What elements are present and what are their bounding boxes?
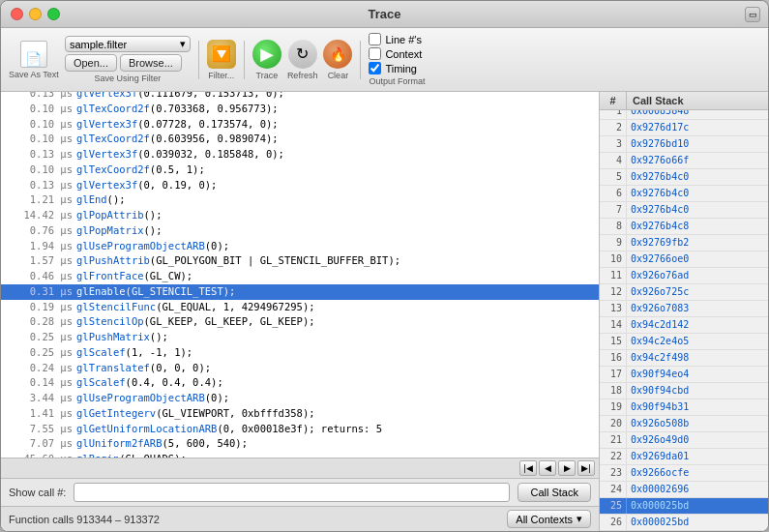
callstack-item[interactable]: 220x9269da01 xyxy=(600,449,768,465)
trace-row[interactable]: 0.24 µsglTranslatef(0, 0, 0); xyxy=(1,361,599,376)
callstack-item[interactable]: 210x926o49d0 xyxy=(600,432,768,449)
callstack-item-num: 22 xyxy=(600,449,627,464)
trace-row[interactable]: 0.13 µsglVertex3f(0.111679, 0.153713, 0)… xyxy=(1,92,599,102)
callstack-item[interactable]: 120x926o725c xyxy=(600,284,768,301)
callstack-item[interactable]: 180x90f94cbd xyxy=(600,383,768,399)
callstack-item[interactable]: 160x94c2f498 xyxy=(600,350,768,367)
callstack-item[interactable]: 100x92766oe0 xyxy=(600,251,768,268)
close-button[interactable] xyxy=(11,8,23,20)
trace-function-link[interactable]: glUniform2fARB xyxy=(76,437,163,449)
trace-function-link[interactable]: glPopAttrib xyxy=(76,209,144,221)
trace-time: 0.10 µs xyxy=(5,163,73,178)
trace-function-link[interactable]: glPushMatrix xyxy=(76,331,150,342)
trace-function-link[interactable]: glEnable xyxy=(76,285,126,297)
trace-row[interactable]: 0.14 µsglScalef(0.4, 0.4, 0.4); xyxy=(1,375,599,391)
trace-row[interactable]: 1.94 µsglUseProgramObjectARB(0); xyxy=(1,239,599,254)
trace-row[interactable]: 0.10 µsglVertex3f(0.07728, 0.173574, 0); xyxy=(1,117,599,133)
trace-function-link[interactable]: glGetUniformLocationARB xyxy=(76,423,217,434)
trace-row[interactable]: 0.19 µsglStencilFunc(GL_EQUAL, 1, 429496… xyxy=(1,300,599,315)
trace-row[interactable]: 0.46 µsglFrontFace(GL_CW); xyxy=(1,269,599,284)
callstack-item[interactable]: 230x9266ocfe xyxy=(600,465,768,482)
context-select[interactable]: All Contexts ▾ xyxy=(507,510,591,528)
trace-function-link[interactable]: glEnd xyxy=(76,193,107,205)
trace-function-link[interactable]: glStencilFunc xyxy=(76,301,156,312)
nav-first-button[interactable]: |◀ xyxy=(519,460,537,476)
trace-function-link[interactable]: glVertex3f xyxy=(76,92,137,99)
callstack-item[interactable]: 110x926o76ad xyxy=(600,268,768,284)
callstack-item[interactable]: 90x92769fb2 xyxy=(600,235,768,251)
open-button[interactable]: Open... xyxy=(65,54,117,72)
callstack-item[interactable]: 10x00083848 xyxy=(600,110,768,120)
callstack-item[interactable]: 80x9276b4c8 xyxy=(600,219,768,235)
trace-row[interactable]: 3.44 µsglUseProgramObjectARB(0); xyxy=(1,391,599,406)
callstack-item[interactable]: 20x9276d17c xyxy=(600,120,768,136)
trace-function-link[interactable]: glVertex3f xyxy=(76,148,137,160)
callstack-item[interactable]: 60x9276b4c0 xyxy=(600,186,768,202)
line-nums-checkbox[interactable] xyxy=(369,33,381,45)
filter-action-group[interactable]: 🔽 Filter... xyxy=(207,40,236,80)
trace-content[interactable]: 0.12 µsglVertex3f(0.164545, 0.095, 0);0.… xyxy=(1,92,599,458)
call-stack-button[interactable]: Call Stack xyxy=(518,483,591,502)
trace-row[interactable]: 0.76 µsglPopMatrix(); xyxy=(1,223,599,239)
trace-function-link[interactable]: glPopMatrix xyxy=(76,224,144,236)
browse-button[interactable]: Browse... xyxy=(120,54,182,72)
trace-row[interactable]: 0.10 µsglTexCoord2f(0.603956, 0.989074); xyxy=(1,132,599,147)
trace-row[interactable]: 0.10 µsglTexCoord2f(0.5, 1); xyxy=(1,163,599,178)
trace-function-link[interactable]: glTexCoord2f xyxy=(76,103,150,114)
trace-row[interactable]: 7.07 µsglUniform2fARB(5, 600, 540); xyxy=(1,436,599,452)
trace-function-link[interactable]: glScalef xyxy=(76,376,126,388)
callstack-item[interactable]: 70x9276b4c0 xyxy=(600,202,768,219)
callstack-item[interactable]: 170x90f94eo4 xyxy=(600,367,768,383)
trace-row[interactable]: 0.25 µsglPushMatrix(); xyxy=(1,330,599,345)
callstack-item[interactable]: 130x926o7083 xyxy=(600,301,768,317)
trace-function-link[interactable]: glStencilOp xyxy=(76,315,144,327)
callstack-item[interactable]: 30x9276bd10 xyxy=(600,136,768,153)
trace-function-link[interactable]: glVertex3f xyxy=(76,179,137,191)
trace-action-group[interactable]: ▶ Trace xyxy=(252,40,281,80)
trace-row[interactable]: 14.42 µsglPopAttrib(); xyxy=(1,208,599,223)
callstack-item[interactable]: 250x000025bd xyxy=(600,498,768,515)
context-checkbox[interactable] xyxy=(369,47,381,60)
trace-function-link[interactable]: glFrontFace xyxy=(76,270,144,281)
callstack-item[interactable]: 40x9276o66f xyxy=(600,153,768,169)
trace-function-link[interactable]: glUseProgramObjectARB xyxy=(76,392,205,403)
callstack-item[interactable]: 190x90f94b31 xyxy=(600,399,768,416)
trace-function-link[interactable]: glGetIntegerv xyxy=(76,407,156,419)
maximize-button[interactable] xyxy=(47,8,60,20)
trace-function-link[interactable]: glPushAttrib xyxy=(76,254,150,266)
trace-row[interactable]: 1.57 µsglPushAttrib(GL_POLYGON_BIT | GL_… xyxy=(1,253,599,269)
trace-row[interactable]: 1.41 µsglGetIntegerv(GL_VIEWPORT, 0xbfff… xyxy=(1,406,599,422)
trace-row[interactable]: 0.13 µsglVertex3f(0, 0.19, 0); xyxy=(1,178,599,193)
trace-function-link[interactable]: glTexCoord2f xyxy=(76,133,150,144)
nav-next-button[interactable]: ▶ xyxy=(558,460,576,476)
trace-row[interactable]: 0.25 µsglScalef(1, -1, 1); xyxy=(1,345,599,361)
timing-checkbox[interactable] xyxy=(369,62,381,74)
trace-function-link[interactable]: glVertex3f xyxy=(76,118,137,130)
trace-function-link[interactable]: glTexCoord2f xyxy=(76,163,150,175)
trace-row[interactable]: 0.28 µsglStencilOp(GL_KEEP, GL_KEEP, GL_… xyxy=(1,314,599,330)
callstack-list[interactable]: 00x95ced5e10x0008384820x9276d17c30x9276b… xyxy=(600,110,768,531)
trace-row[interactable]: 0.13 µsglVertex3f(0.039032, 0.185848, 0)… xyxy=(1,147,599,163)
call-input[interactable] xyxy=(74,483,510,502)
filter-select[interactable]: sample.filter ▾ xyxy=(65,36,191,52)
callstack-item[interactable]: 150x94c2e4o5 xyxy=(600,334,768,350)
trace-row[interactable]: 0.10 µsglTexCoord2f(0.703368, 0.956773); xyxy=(1,102,599,117)
trace-row[interactable]: 0.31 µsglEnable(GL_STENCIL_TEST); xyxy=(1,284,599,300)
callstack-item[interactable]: 240x00002696 xyxy=(600,482,768,498)
callstack-item[interactable]: 200x926o508b xyxy=(600,416,768,432)
callstack-item[interactable]: 50x9276b4c0 xyxy=(600,169,768,186)
trace-function-link[interactable]: glTranslatef xyxy=(76,362,150,373)
refresh-action-group[interactable]: ↻ Refresh xyxy=(287,40,318,80)
minimize-button[interactable] xyxy=(29,8,42,20)
callstack-item[interactable]: 260x000025bd xyxy=(600,515,768,531)
clear-action-group[interactable]: 🔥 Clear xyxy=(323,40,352,80)
trace-function-link[interactable]: glScalef xyxy=(76,346,126,358)
nav-last-button[interactable]: ▶| xyxy=(577,460,595,476)
callstack-item-addr: 0x92766oe0 xyxy=(627,251,693,267)
trace-function-link[interactable]: glUseProgramObjectARB xyxy=(76,240,205,251)
callstack-item[interactable]: 140x94c2d142 xyxy=(600,317,768,334)
trace-row[interactable]: 1.21 µsglEnd(); xyxy=(1,192,599,208)
collapse-button[interactable]: ▭ xyxy=(745,7,760,22)
trace-row[interactable]: 7.55 µsglGetUniformLocationARB(0, 0x0001… xyxy=(1,422,599,437)
nav-prev-button[interactable]: ◀ xyxy=(539,460,556,476)
